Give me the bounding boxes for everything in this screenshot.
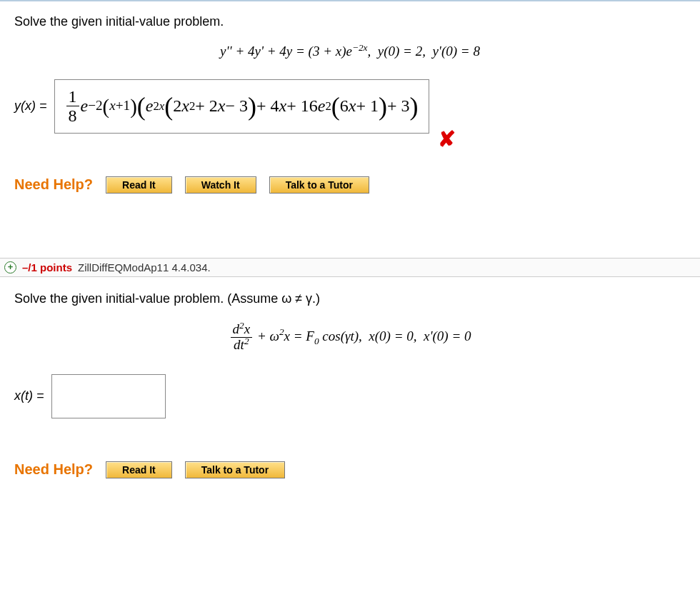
points-label: –/1 points xyxy=(22,261,72,274)
answer-input[interactable] xyxy=(51,374,166,418)
talk-to-tutor-button[interactable]: Talk to a Tutor xyxy=(185,461,285,478)
incorrect-icon: ✘ xyxy=(438,126,456,151)
answer-input[interactable]: 18e−2(x+1)(e2x(2x2 + 2x − 3) + 4x + 16e2… xyxy=(54,79,429,134)
need-help-row: Need Help? Read It Talk to a Tutor xyxy=(14,461,686,478)
answer-row: y(x) = 18e−2(x+1)(e2x(2x2 + 2x − 3) + 4x… xyxy=(14,79,686,134)
answer-label: y(x) = xyxy=(14,99,47,114)
source-label: ZillDiffEQModAp11 4.4.034. xyxy=(78,261,211,274)
watch-it-button[interactable]: Watch It xyxy=(185,176,256,194)
need-help-label: Need Help? xyxy=(14,176,93,193)
question-2: Solve the given initial-value problem. (… xyxy=(0,277,700,486)
problem-equation: y'' + 4y' + 4y = (3 + x)e−2x, y(0) = 2, … xyxy=(14,44,686,59)
need-help-label: Need Help? xyxy=(14,461,93,478)
question-1: Solve the given initial-value problem. y… xyxy=(0,0,700,215)
read-it-button[interactable]: Read It xyxy=(106,461,172,478)
prompt-text: Solve the given initial-value problem. (… xyxy=(14,291,686,306)
read-it-button[interactable]: Read It xyxy=(106,176,172,194)
talk-to-tutor-button[interactable]: Talk to a Tutor xyxy=(269,176,369,194)
expand-icon[interactable]: + xyxy=(4,261,16,274)
prompt-text: Solve the given initial-value problem. xyxy=(14,14,686,29)
answer-label: x(t) = xyxy=(14,388,44,403)
problem-equation: d2xdt2 + ω2x = F0 cos(γt), x(0) = 0, x'(… xyxy=(14,322,686,353)
need-help-row: Need Help? Read It Watch It Talk to a Tu… xyxy=(14,176,686,194)
question-header: + –/1 points ZillDiffEQModAp11 4.4.034. xyxy=(0,258,700,277)
answer-row: x(t) = xyxy=(14,374,686,418)
